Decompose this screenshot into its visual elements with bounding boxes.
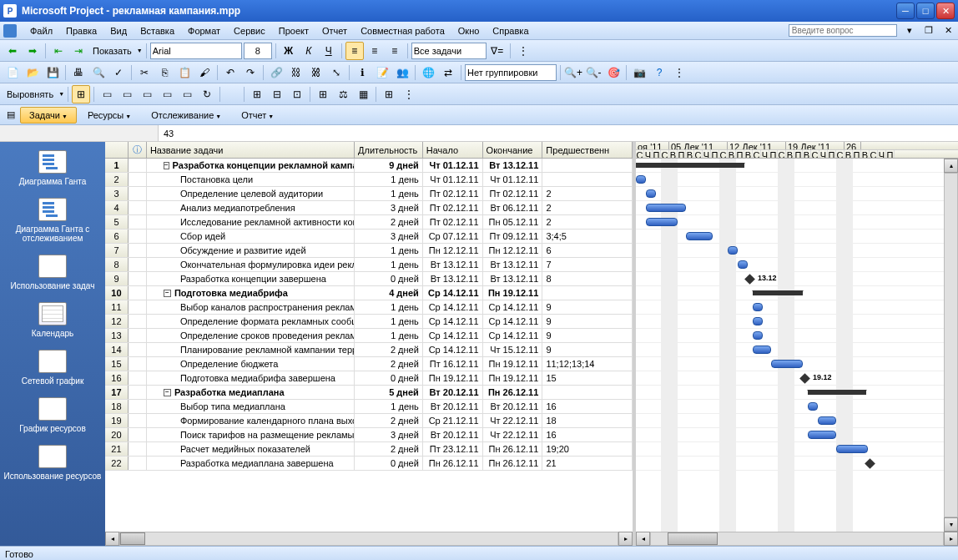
task-start[interactable]: Пн 19.12.11 <box>423 371 483 385</box>
task-bar[interactable] <box>808 402 818 411</box>
outline-toggle-icon[interactable]: − <box>164 389 171 396</box>
task-duration[interactable]: 5 дней <box>355 386 423 399</box>
task-start[interactable]: Вт 20.12.11 <box>423 400 483 413</box>
task-start[interactable]: Вт 13.12.11 <box>423 272 483 285</box>
task-predecessors[interactable] <box>542 386 633 399</box>
task-bar[interactable] <box>686 232 713 240</box>
track-0-icon[interactable]: ▭ <box>98 85 116 103</box>
menu-сервис[interactable]: Сервис <box>227 23 272 38</box>
row-number[interactable]: 2 <box>105 173 129 186</box>
indent-icon[interactable]: ⇥ <box>69 42 88 60</box>
undo-icon[interactable]: ↶ <box>221 63 240 82</box>
task-name[interactable]: Поиск тарифов на размещение рекламы <box>147 428 355 441</box>
milestone-icon[interactable] <box>865 458 875 469</box>
task-predecessors[interactable]: 16 <box>542 400 633 413</box>
tb-icon-3[interactable]: ⊡ <box>288 85 306 103</box>
task-duration[interactable]: 2 дней <box>355 357 423 371</box>
task-start[interactable]: Пн 26.12.11 <box>423 457 483 470</box>
task-end[interactable]: Пн 26.12.11 <box>483 457 543 470</box>
goto-task-icon[interactable]: 🎯 <box>604 63 623 82</box>
table-row[interactable]: 16Подготовка медиабрифа завершена0 днейП… <box>105 371 633 386</box>
gantt-row[interactable] <box>636 315 958 329</box>
row-number[interactable]: 3 <box>105 187 129 200</box>
task-bar[interactable] <box>753 331 763 340</box>
gantt-row[interactable] <box>636 428 958 442</box>
publish-icon[interactable]: 🌐 <box>419 63 437 82</box>
menu-проект[interactable]: Проект <box>272 23 315 38</box>
task-duration[interactable]: 3 дней <box>355 201 423 214</box>
task-end[interactable]: Вт 06.12.11 <box>483 201 543 214</box>
toolbar-options-icon[interactable]: ⋮ <box>400 85 418 103</box>
track-25-icon[interactable]: ▭ <box>118 85 136 103</box>
table-row[interactable]: 21Расчет медийных показателей2 днейПт 23… <box>105 442 633 457</box>
task-duration[interactable]: 2 дней <box>355 414 423 427</box>
task-duration[interactable]: 0 дней <box>355 371 423 385</box>
row-number[interactable]: 11 <box>105 300 129 314</box>
task-name[interactable]: Обсуждение и развитие идей <box>147 244 355 257</box>
task-end[interactable]: Пн 19.12.11 <box>483 371 543 385</box>
task-bar[interactable] <box>738 260 748 269</box>
row-number[interactable]: 14 <box>105 343 129 356</box>
insert-hyperlink-icon[interactable]: 🔗 <box>267 63 285 82</box>
track-100-icon[interactable]: ▭ <box>178 85 196 103</box>
task-end[interactable]: Пн 05.12.11 <box>483 215 543 229</box>
guide-toggle-icon[interactable]: ▤ <box>3 108 18 123</box>
split-task-icon[interactable]: ⤡ <box>327 63 345 82</box>
nav-back-icon[interactable]: ⬅ <box>3 42 22 60</box>
task-end[interactable]: Чт 22.12.11 <box>483 414 543 427</box>
task-start[interactable]: Ср 07.12.11 <box>423 230 483 243</box>
nav-forward-icon[interactable]: ➡ <box>23 42 42 60</box>
close-button[interactable]: ✕ <box>936 3 955 19</box>
tab-0[interactable]: Задачи▼ <box>20 107 77 124</box>
task-predecessors[interactable] <box>542 159 633 172</box>
help-search-input[interactable] <box>789 24 897 37</box>
task-name[interactable]: Определение целевой аудитории <box>147 187 355 200</box>
task-notes-icon[interactable]: 📝 <box>373 63 391 82</box>
row-number[interactable]: 22 <box>105 457 129 470</box>
table-row[interactable]: 3Определение целевой аудитории1 деньПт 0… <box>105 187 633 201</box>
task-name[interactable]: Разработка медиаплана завершена <box>147 457 355 470</box>
task-bar[interactable] <box>771 360 803 368</box>
task-duration[interactable]: 3 дней <box>355 428 423 441</box>
task-start[interactable]: Чт 01.12.11 <box>423 159 483 172</box>
milestone-icon[interactable] <box>799 373 810 384</box>
summary-bar[interactable] <box>753 290 803 295</box>
task-name[interactable]: Определение сроков проведения рекламной … <box>147 329 355 342</box>
row-number[interactable]: 15 <box>105 357 129 371</box>
save-icon[interactable]: 💾 <box>43 63 62 82</box>
tab-1[interactable]: Ресурсы▼ <box>78 107 140 124</box>
task-duration[interactable]: 0 дней <box>355 272 423 285</box>
copy-icon[interactable]: ⎘ <box>155 63 174 82</box>
close-document-icon[interactable]: ✕ <box>941 24 955 38</box>
task-end[interactable]: Чт 22.12.11 <box>483 428 543 441</box>
task-bar[interactable] <box>646 204 686 212</box>
task-predecessors[interactable]: 2 <box>542 201 633 214</box>
menu-вид[interactable]: Вид <box>103 23 134 38</box>
row-number[interactable]: 10 <box>105 286 129 300</box>
menu-справка[interactable]: Справка <box>486 23 535 38</box>
row-number[interactable]: 8 <box>105 258 129 271</box>
task-predecessors[interactable]: 15 <box>542 371 633 385</box>
row-number[interactable]: 13 <box>105 329 129 342</box>
gantt-row[interactable] <box>636 159 958 173</box>
unlink-tasks-icon[interactable]: ⛓̸ <box>307 63 325 82</box>
task-name[interactable]: Выбор типа медиаплана <box>147 400 355 413</box>
task-predecessors[interactable]: 9 <box>542 329 633 342</box>
table-row[interactable]: 15Определение бюджета2 днейПт 16.12.11Пн… <box>105 357 633 371</box>
menu-окно[interactable]: Окно <box>451 23 487 38</box>
gantt-row[interactable] <box>636 244 958 258</box>
task-end[interactable]: Пн 12.12.11 <box>483 244 543 257</box>
task-end[interactable]: Пн 19.12.11 <box>483 286 543 300</box>
maximize-button[interactable]: □ <box>916 3 935 19</box>
group-select[interactable] <box>465 64 557 81</box>
col-predecessors[interactable]: Предшественн <box>542 142 633 158</box>
task-predecessors[interactable]: 2 <box>542 187 633 200</box>
table-row[interactable]: 14Планирование рекламной кампании террит… <box>105 343 633 357</box>
view-4[interactable]: Сетевой график <box>0 348 105 387</box>
task-name[interactable]: Разработка концепции завершена <box>147 272 355 285</box>
align-left-button[interactable]: ≡ <box>345 42 364 60</box>
zoom-out-icon[interactable]: 🔍- <box>584 63 603 82</box>
task-duration[interactable]: 0 дней <box>355 457 423 470</box>
zoom-in-icon[interactable]: 🔍+ <box>564 63 582 82</box>
task-start[interactable]: Ср 14.12.11 <box>423 286 483 300</box>
